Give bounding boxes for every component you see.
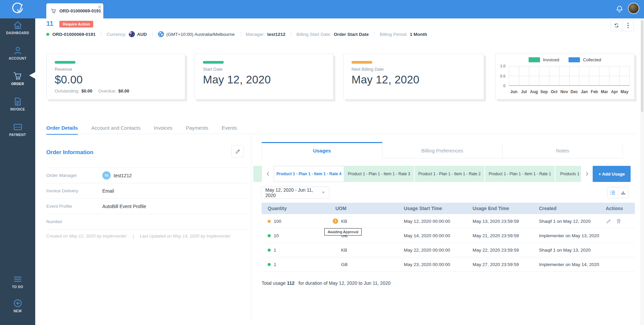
tab-events[interactable]: Events	[222, 125, 237, 135]
divider	[291, 31, 291, 37]
tab-account-and-contacts[interactable]: Account and Contacts	[91, 125, 141, 135]
chips-scroll-right[interactable]	[581, 166, 593, 182]
add-usage-button[interactable]: + Add Usage	[593, 166, 631, 182]
quantity-cell: 10	[262, 233, 329, 238]
table-row: 1KBMay 22, 2020 00:00:00May 22, 2020 23:…	[262, 243, 635, 257]
order-id: ORD-01000069-0191	[52, 32, 96, 37]
page-content: 11 Require Action ORD-01000069-0191 Curr…	[35, 18, 644, 325]
sidebar-item-label: INVOICE	[10, 108, 25, 111]
x-tick-label: Jun	[509, 89, 519, 94]
legend-item: Invoiced	[529, 57, 559, 62]
usage-sub-tabs: UsagesBilling PreferencesNotes	[262, 142, 623, 158]
sidebar-item-dashboard[interactable]: DASHBOARD	[0, 20, 35, 46]
field-value: AutoBill Event Profile	[102, 204, 146, 209]
refresh-button[interactable]	[611, 20, 622, 31]
chips-scroll-left[interactable]	[262, 166, 274, 182]
table-row: 100KBMay 12, 2020 00:00:00May 13, 2020 2…	[262, 214, 635, 229]
total-suffix: for duration of May 12, 2020 to Jun 11, …	[299, 280, 390, 286]
panel-divider	[251, 134, 251, 322]
field-value: TEtest1212	[102, 171, 132, 180]
y-tick-label: 1.0	[500, 64, 505, 68]
close-icon[interactable]	[98, 4, 102, 8]
usage-end-cell: May 21, 2020 23:59:59	[467, 233, 533, 238]
user-avatar[interactable]	[628, 3, 639, 14]
chart-legend: InvoicedCollected	[495, 57, 634, 62]
card-accent-bar	[352, 61, 372, 64]
x-tick-label: Apr	[609, 89, 620, 94]
x-tick-label: Oct	[549, 89, 559, 94]
tabs-underline	[46, 134, 636, 134]
rate-chip[interactable]: Product 1 - Plan 1 - Item 1 - Rate 3	[344, 166, 415, 182]
order-info-fields: Order ManagerTEtest1212Invoice DeliveryE…	[46, 168, 248, 230]
warning-icon[interactable]	[333, 218, 338, 224]
rate-chip[interactable]: Product 1 - Plan 1 - Item 1 - Rate 2	[415, 166, 485, 182]
uom-cell: KB	[329, 218, 398, 224]
table-row: 10GBMay 14, 2020 00:00:00May 21, 2020 23…	[262, 229, 635, 243]
legend-item: Collected	[569, 57, 601, 62]
outstanding-label: Outstanding:	[55, 88, 79, 93]
order-info-row: Event ProfileAutoBill Event Profile	[46, 198, 248, 214]
date-range-select[interactable]: May 12, 2020 - Jun 11, 2020	[261, 187, 329, 199]
divider	[152, 31, 153, 37]
uom-cell: KB	[329, 248, 398, 253]
invoice-icon	[13, 96, 23, 107]
divider	[101, 31, 101, 37]
notifications-bell-icon[interactable]	[615, 5, 624, 13]
sidebar-item-invoice[interactable]: INVOICE	[0, 96, 35, 122]
tab-payments[interactable]: Payments	[186, 125, 208, 135]
order-tab[interactable]: ORD-01000069-0191	[46, 3, 103, 18]
status-dot-icon	[268, 220, 271, 223]
edit-usage-button[interactable]	[606, 218, 611, 224]
currency-label: Currency:	[107, 32, 126, 37]
list-icon	[610, 190, 616, 196]
more-options-button[interactable]	[622, 20, 634, 31]
date-range-value: May 12, 2020 - Jun 11, 2020	[265, 187, 319, 198]
chips-leading-pad	[253, 166, 262, 182]
rate-chip[interactable]: Products 1 -	[555, 166, 581, 182]
sidebar-item-payment[interactable]: PAYMENT	[0, 122, 35, 147]
sidebar-item-new[interactable]: NEW	[0, 298, 35, 319]
sidebar-item-account[interactable]: ACCOUNT	[0, 46, 35, 71]
sidebar-item-label: NEW	[13, 309, 22, 313]
x-tick-label: Dec	[569, 89, 579, 94]
currency-value: AUD	[137, 32, 147, 37]
order-info-footer: Created on May 12, 2020 by Implementer |…	[46, 234, 231, 239]
chart-view-button[interactable]	[618, 187, 628, 198]
usage-start-cell: May 12, 2020 00:00:00	[398, 219, 467, 224]
chart-x-axis: JunJulAugSepOctNovDecJanFebMarAprMay	[509, 89, 630, 94]
next-billing-date-card: Next Billing Date May 12, 2020	[343, 54, 484, 100]
scrollbar-thumb[interactable]	[641, 20, 643, 112]
chevron-right-icon	[584, 171, 590, 177]
australia-flag-icon	[129, 31, 135, 37]
column-header: Created	[533, 206, 600, 211]
sidebar-item-to-do[interactable]: TO DO	[0, 274, 35, 295]
quantity-cell: 100	[262, 219, 329, 224]
x-tick-label: Jul	[519, 89, 529, 94]
edit-order-button[interactable]	[231, 145, 244, 157]
overdue-value: $0.00	[118, 88, 129, 93]
usage-start-cell: May 23, 2020 00:00:00	[398, 262, 467, 267]
status-badge: Require Action	[59, 21, 93, 27]
chips-container: Product 1 - Plan 1 - Item 1 - Rate 4Prod…	[274, 166, 581, 182]
sidebar-item-label: TO DO	[12, 285, 23, 289]
column-header: Usage Start Time	[398, 206, 467, 211]
tab-order-details[interactable]: Order Details	[46, 125, 78, 135]
rate-chip[interactable]: Product 1 - Plan 1 - Item 1 - Rate 1	[485, 166, 555, 182]
usage-tab-notes[interactable]: Notes	[502, 142, 623, 158]
created-cell: Shaqif 1 on May 12, 2020	[533, 219, 600, 224]
delete-usage-button[interactable]	[616, 218, 622, 224]
legend-label: Collected	[583, 57, 601, 62]
x-tick-label: Aug	[529, 89, 539, 94]
field-label: Invoice Delivery	[46, 188, 102, 193]
view-toggle-group	[607, 187, 629, 198]
bar-chart-icon	[620, 190, 626, 196]
usage-tab-usages[interactable]: Usages	[262, 142, 382, 158]
usage-tab-billing-preferences[interactable]: Billing Preferences	[382, 142, 503, 158]
created-cell: Implementer on May 14, 2020	[533, 262, 600, 267]
list-view-button[interactable]	[607, 187, 618, 198]
x-tick-label: May	[620, 89, 630, 94]
usage-table: QuantityUOMUsage Start TimeUsage End Tim…	[262, 203, 635, 272]
tab-invoices[interactable]: Invoices	[154, 125, 172, 135]
rate-chip[interactable]: Product 1 - Plan 1 - Item 1 - Rate 4	[274, 166, 344, 182]
topbar: ORD-01000069-0191	[35, 0, 644, 18]
